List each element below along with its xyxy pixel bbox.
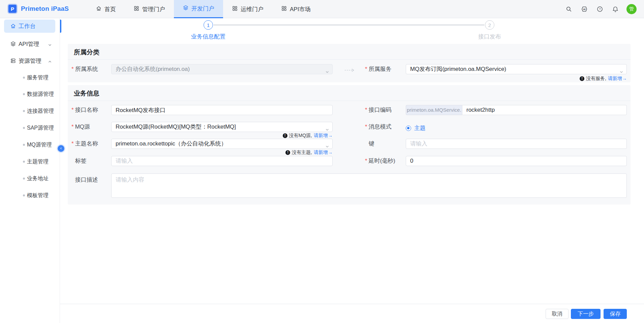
action-footer: 取消 下一步 保存 xyxy=(60,304,644,323)
primary-nav: 首页 管理门户 开发门户 运维门户 API市场 xyxy=(87,0,319,18)
required-asterisk: * xyxy=(365,107,367,113)
sidebar-item-workbench[interactable]: 工作台 xyxy=(4,20,55,33)
info-icon xyxy=(283,133,287,138)
cancel-button[interactable]: 取消 xyxy=(546,309,569,319)
topic-name-select[interactable]: primeton.oa.rockettopic（办公自动化系统） xyxy=(111,139,333,149)
grid-icon xyxy=(133,5,140,13)
divider xyxy=(68,101,631,101)
nav-item-ops-portal[interactable]: 运维门户 xyxy=(223,0,272,18)
interface-code-group: primeton.oa.MQService. xyxy=(406,105,627,115)
bullet-icon xyxy=(23,178,25,180)
interface-name-input[interactable] xyxy=(111,105,333,115)
nav-item-admin-portal[interactable]: 管理门户 xyxy=(125,0,174,18)
sidebar-item-datasource-mgmt[interactable]: 数据源管理 xyxy=(0,89,60,99)
resource-server-icon xyxy=(10,58,16,65)
delay-input[interactable] xyxy=(406,156,627,166)
sidebar-item-resource-mgmt[interactable]: 资源管理 xyxy=(0,56,60,66)
nav-item-dev-portal[interactable]: 开发门户 xyxy=(174,0,223,18)
sidebar-item-mq-source-mgmt[interactable]: MQ源管理 xyxy=(0,140,60,150)
sidebar-item-template-mgmt[interactable]: 模板管理 xyxy=(0,190,60,200)
user-avatar[interactable]: 管 xyxy=(626,4,637,14)
system-select[interactable]: 办公自动化系统(primeton.oa) xyxy=(111,64,333,74)
main-content: 1 业务信息配置 2 接口发布 所属分类 *所属系统 办公自动化系统(prime… xyxy=(60,18,644,323)
ai-assistant-icon[interactable]: AI xyxy=(580,5,589,14)
app-title: Primeton iPaaS xyxy=(21,5,69,12)
sidebar-item-api-mgmt[interactable]: API管理 xyxy=(0,39,60,49)
api-layers-icon xyxy=(10,41,16,49)
no-mq-source-hint: 没有MQ源,请新增→ xyxy=(283,133,333,139)
no-topic-hint: 没有主题,请新增→ xyxy=(285,150,333,156)
required-asterisk: * xyxy=(71,140,74,147)
interface-code-prefix: primeton.oa.MQService. xyxy=(406,105,462,115)
chevron-up-icon xyxy=(48,59,52,65)
required-asterisk: * xyxy=(365,158,367,164)
add-mq-source-link[interactable]: 请新增→ xyxy=(314,133,333,139)
nav-item-label: 开发门户 xyxy=(191,5,214,12)
nav-item-api-market[interactable]: API市场 xyxy=(272,0,319,18)
section-title: 业务信息 xyxy=(74,89,99,98)
category-section: 所属分类 *所属系统 办公自动化系统(primeton.oa) *所属服务 MQ… xyxy=(68,44,631,82)
key-label: *键 xyxy=(365,139,374,149)
radio-label: 主题 xyxy=(414,124,426,132)
sidebar-collapse-button[interactable]: ‹ xyxy=(58,145,64,152)
interface-code-label: *接口编码 xyxy=(365,105,392,115)
radio-selected-icon xyxy=(406,126,411,131)
add-topic-link[interactable]: 请新增→ xyxy=(314,150,333,156)
sidebar-item-connector-mgmt[interactable]: 连接器管理 xyxy=(0,106,60,116)
sidebar-item-service-mgmt[interactable]: 服务管理 xyxy=(0,73,60,83)
interface-code-input[interactable] xyxy=(462,105,627,115)
chevron-down-icon xyxy=(325,68,329,74)
step-2-circle: 2 xyxy=(485,20,494,30)
home-icon xyxy=(96,5,102,13)
navbar-actions: AI ? 管 xyxy=(564,0,637,18)
service-select[interactable]: MQ发布订阅(primeton.oa.MQService) xyxy=(406,64,627,74)
sidebar-item-label: MQ源管理 xyxy=(27,141,52,149)
tag-input[interactable] xyxy=(111,156,333,166)
add-service-link[interactable]: 请新增→ xyxy=(608,76,627,82)
bullet-icon xyxy=(23,93,25,95)
notification-bell-icon[interactable] xyxy=(611,5,620,14)
active-menu-indicator xyxy=(60,20,61,33)
step-connector-line xyxy=(214,25,484,25)
info-icon xyxy=(580,76,584,81)
service-field-label: *所属服务 xyxy=(365,64,392,74)
sidebar-item-label: 资源管理 xyxy=(19,57,41,65)
sidebar-item-label: 工作台 xyxy=(19,22,36,30)
sidebar-item-label: SAP源管理 xyxy=(27,125,54,132)
sidebar-item-topic-mgmt[interactable]: 主题管理 xyxy=(0,157,60,167)
chevron-down-icon xyxy=(325,142,329,149)
sidebar-item-label: 主题管理 xyxy=(27,158,49,165)
sidebar: 工作台 API管理 资源管理 服务管理 数据源管理 连接器管理 SAP源管理 M… xyxy=(0,18,60,323)
layers-icon xyxy=(183,5,189,12)
sidebar-item-label: 服务管理 xyxy=(27,74,49,81)
description-label: *接口描述 xyxy=(71,175,98,185)
business-section: 业务信息 *接口名称 *接口编码 primeton.oa.MQService. … xyxy=(68,85,631,205)
step-1-circle: 1 xyxy=(204,20,213,30)
next-step-button[interactable]: 下一步 xyxy=(571,309,601,319)
message-mode-label: *消息模式 xyxy=(365,122,392,132)
sidebar-item-label: 业务地址 xyxy=(27,175,49,182)
app-logo: P Primeton iPaaS xyxy=(7,4,69,14)
key-input[interactable] xyxy=(406,139,627,149)
save-button[interactable]: 保存 xyxy=(604,309,627,319)
mq-source-select[interactable]: RocketMQ源(RocketMQ)[MQ类型：RocketMQ] xyxy=(111,122,333,132)
bullet-icon xyxy=(23,127,25,129)
help-icon[interactable]: ? xyxy=(595,5,604,14)
bullet-icon xyxy=(23,77,25,79)
system-field-label: *所属系统 xyxy=(71,64,98,74)
sidebar-item-label: 模板管理 xyxy=(27,192,49,199)
sidebar-item-business-address[interactable]: 业务地址 xyxy=(0,173,60,184)
description-textarea[interactable] xyxy=(111,173,627,198)
sidebar-item-sap-source-mgmt[interactable]: SAP源管理 xyxy=(0,123,60,133)
chevron-down-icon xyxy=(619,68,623,74)
svg-text:?: ? xyxy=(599,7,601,11)
logo-icon: P xyxy=(7,4,18,14)
nav-item-label: 运维门户 xyxy=(241,5,264,13)
search-icon[interactable] xyxy=(564,5,573,14)
nav-item-home[interactable]: 首页 xyxy=(87,0,125,18)
workbench-home-icon xyxy=(10,23,16,31)
message-mode-radio-topic[interactable]: 主题 xyxy=(406,124,426,132)
svg-text:AI: AI xyxy=(583,8,586,10)
grid-icon xyxy=(281,5,287,13)
info-icon xyxy=(285,150,290,155)
